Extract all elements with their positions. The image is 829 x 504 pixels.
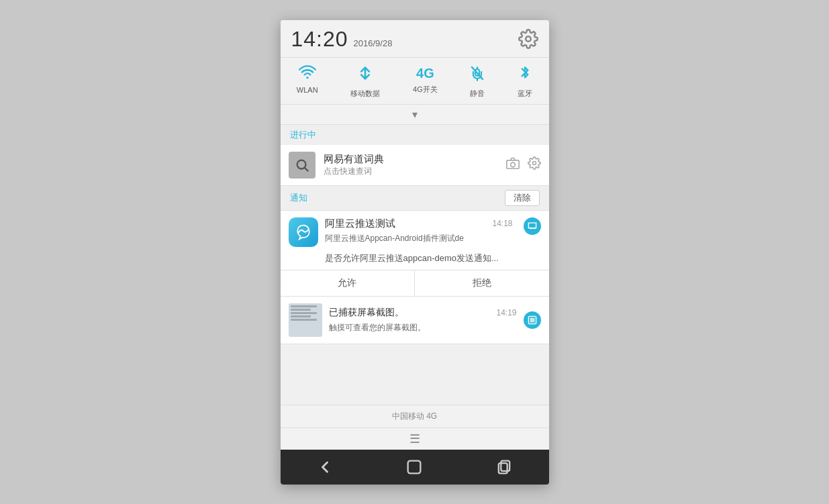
svg-line-7 — [305, 168, 308, 171]
screenshot-icon — [524, 311, 541, 329]
clear-button[interactable]: 清除 — [505, 190, 540, 206]
toggle-mobile-data[interactable]: 移动数据 — [350, 64, 380, 99]
svg-point-0 — [526, 36, 531, 42]
screenshot-desc: 触摸可查看您的屏幕截图。 — [329, 323, 426, 332]
youdao-content: 网易有道词典 点击快速查词 — [324, 153, 498, 177]
notifications-label: 通知 — [290, 192, 307, 204]
recents-button[interactable] — [495, 458, 514, 476]
youdao-settings-icon[interactable] — [528, 156, 541, 173]
toggle-wlan[interactable]: WLAN — [297, 64, 318, 99]
toggle-bluetooth[interactable]: 蓝牙 — [518, 64, 532, 99]
nav-bar-top: ☰ — [281, 427, 549, 450]
4g-label: 4G开关 — [413, 85, 438, 95]
screenshot-notification[interactable]: 已捕获屏幕截图。 14:19 触摸可查看您的屏幕截图。 — [281, 297, 549, 344]
youdao-app-icon — [289, 152, 315, 179]
4g-icon: 4G — [416, 64, 434, 82]
toggle-4g[interactable]: 4G 4G开关 — [413, 64, 438, 99]
carrier-text: 中国移动 4G — [392, 411, 437, 421]
clock-time: 14:20 — [291, 27, 348, 52]
aliyun-time: 14:18 — [492, 219, 512, 228]
aliyun-message-text: 是否允许阿里云推送appcan-demo发送通知... — [325, 252, 499, 264]
thumb-line-5 — [291, 319, 318, 321]
carrier-bar: 中国移动 4G — [281, 405, 549, 427]
hamburger-icon: ☰ — [409, 432, 420, 446]
svg-point-9 — [510, 162, 515, 167]
notifications-header: 通知 清除 — [281, 186, 549, 211]
svg-rect-12 — [530, 317, 534, 322]
aliyun-app-icon — [289, 217, 318, 247]
aliyun-content: 阿里云推送测试 14:18 阿里云推送Appcan-Android插件测试de — [325, 217, 513, 244]
silent-icon — [470, 64, 485, 86]
time-block: 14:20 2016/9/28 — [291, 27, 393, 52]
silent-label: 静音 — [470, 89, 485, 99]
navigation-bar — [281, 450, 549, 485]
expand-row[interactable]: ▾ — [281, 105, 549, 125]
svg-point-10 — [532, 162, 536, 165]
thumb-line-4 — [291, 315, 311, 317]
aliyun-action-buttons: 允许 拒绝 — [281, 270, 549, 296]
empty-notification-area — [281, 344, 549, 405]
svg-point-1 — [306, 77, 308, 79]
screenshot-title: 已捕获屏幕截图。 — [329, 307, 404, 319]
svg-point-6 — [297, 160, 305, 168]
thumb-line-2 — [291, 309, 311, 311]
bluetooth-label: 蓝牙 — [518, 89, 532, 99]
aliyun-desc: 阿里云推送Appcan-Android插件测试de — [325, 234, 464, 243]
chevron-down-icon: ▾ — [412, 108, 418, 121]
aliyun-top-row: 阿里云推送测试 14:18 阿里云推送Appcan-Android插件测试de — [281, 211, 549, 252]
screenshot-thumbnail — [289, 303, 322, 337]
home-button[interactable] — [405, 458, 424, 476]
thumb-line-1 — [291, 305, 318, 307]
settings-icon[interactable] — [518, 29, 538, 49]
phone-container: 14:20 2016/9/28 WLAN — [281, 20, 549, 485]
mobile-data-label: 移动数据 — [350, 89, 380, 99]
youdao-notification[interactable]: 网易有道词典 点击快速查词 — [281, 145, 549, 186]
youdao-title: 网易有道词典 — [324, 153, 498, 166]
quick-toggles-bar: WLAN 移动数据 4G 4G开关 — [281, 58, 549, 105]
status-bar: 14:20 2016/9/28 — [281, 20, 549, 58]
youdao-actions — [506, 156, 541, 173]
svg-rect-14 — [499, 463, 507, 473]
screenshot-content: 已捕获屏幕截图。 14:19 触摸可查看您的屏幕截图。 — [329, 307, 517, 334]
aliyun-message-icon — [524, 217, 541, 235]
aliyun-notification[interactable]: 阿里云推送测试 14:18 阿里云推送Appcan-Android插件测试de … — [281, 211, 549, 297]
back-button[interactable] — [315, 458, 334, 476]
toggle-silent[interactable]: 静音 — [470, 64, 485, 99]
screenshot-time: 14:19 — [496, 308, 516, 317]
clock-date: 2016/9/28 — [354, 38, 393, 48]
svg-rect-15 — [501, 460, 509, 470]
mobile-data-icon — [358, 64, 373, 86]
in-progress-header: 进行中 — [281, 125, 549, 145]
youdao-subtitle: 点击快速查词 — [324, 166, 498, 177]
aliyun-message-row: 是否允许阿里云推送appcan-demo发送通知... — [281, 252, 549, 264]
thumb-line-3 — [291, 312, 318, 314]
wlan-label: WLAN — [297, 86, 318, 94]
in-progress-label: 进行中 — [290, 130, 316, 140]
wlan-icon — [299, 64, 316, 83]
svg-rect-13 — [408, 460, 421, 473]
bluetooth-icon — [519, 64, 531, 86]
aliyun-title-row: 阿里云推送测试 14:18 — [325, 217, 513, 230]
aliyun-title: 阿里云推送测试 — [325, 217, 395, 230]
aliyun-deny-button[interactable]: 拒绝 — [415, 270, 549, 296]
aliyun-allow-button[interactable]: 允许 — [281, 270, 416, 296]
youdao-camera-icon[interactable] — [506, 157, 520, 172]
screenshot-title-row: 已捕获屏幕截图。 14:19 — [329, 307, 517, 319]
